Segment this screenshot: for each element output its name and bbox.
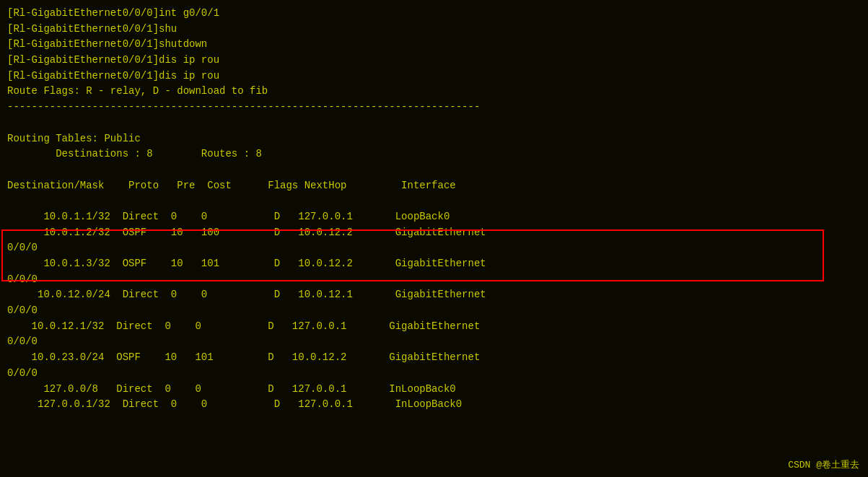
line-17: 10.0.1.3/32 OSPF 10 101 D 10.0.12.2 Giga… — [7, 256, 861, 272]
line-24: 0/0/0 — [7, 366, 861, 382]
line-11 — [7, 162, 861, 178]
line-19: 10.0.12.0/24 Direct 0 0 D 10.0.12.1 Giga… — [7, 287, 861, 303]
line-12: Destination/Mask Proto Pre Cost Flags Ne… — [7, 178, 861, 194]
line-7: ----------------------------------------… — [7, 100, 861, 115]
line-5: [Rl-GigabitEthernet0/0/1]dis ip rou — [7, 69, 861, 84]
line-22: 0/0/0 — [7, 334, 861, 350]
line-13 — [7, 193, 861, 209]
line-14: 10.0.1.1/32 Direct 0 0 D 127.0.0.1 LoopB… — [7, 209, 861, 225]
line-8 — [7, 115, 861, 131]
line-10: Destinations : 8 Routes : 8 — [7, 146, 861, 162]
line-28 — [7, 413, 861, 429]
line-25: 127.0.0/8 Direct 0 0 D 127.0.0.1 InLoopB… — [7, 382, 861, 398]
line-2: [Rl-GigabitEthernet0/0/1]shu — [7, 22, 861, 38]
line-16: 0/0/0 — [7, 240, 861, 256]
line-21: 10.0.12.1/32 Direct 0 0 D 127.0.0.1 Giga… — [7, 319, 861, 335]
line-4: [Rl-GigabitEthernet0/0/1]dis ip rou — [7, 53, 861, 69]
line-3: [Rl-GigabitEthernet0/0/1]shutdown — [7, 37, 861, 53]
line-18: 0/0/0 — [7, 272, 861, 288]
line-20: 0/0/0 — [7, 303, 861, 319]
watermark: CSDN @卷土重去 — [788, 458, 859, 471]
line-9: Routing Tables: Public — [7, 131, 861, 147]
terminal-window: [Rl-GigabitEthernet0/0/0]int g0/0/1 [Rl-… — [0, 0, 868, 477]
line-23: 10.0.23.0/24 OSPF 10 101 D 10.0.12.2 Gig… — [7, 350, 861, 366]
line-26: 127.0.0.1/32 Direct 0 0 D 127.0.0.1 InLo… — [7, 397, 861, 413]
line-1: [Rl-GigabitEthernet0/0/0]int g0/0/1 — [7, 6, 861, 22]
line-6: Route Flags: R - relay, D - download to … — [7, 84, 861, 100]
line-15: 10.0.1.2/32 OSPF 10 100 D 10.0.12.2 Giga… — [7, 225, 861, 241]
